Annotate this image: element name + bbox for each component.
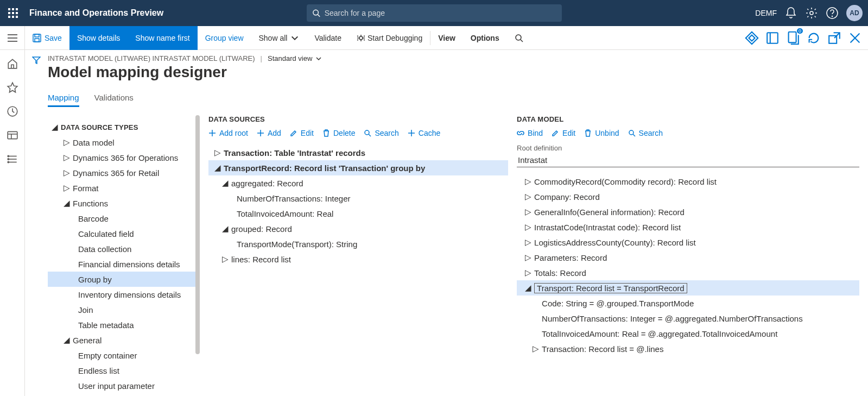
start-debugging-button[interactable]: Start Debugging	[349, 26, 430, 50]
tree-item-selected[interactable]: Group by	[48, 272, 200, 287]
search-input[interactable]	[325, 9, 556, 17]
search-button[interactable]: Search	[628, 129, 663, 137]
tree-item[interactable]: ◢grouped: Record	[208, 221, 508, 236]
tab-mapping[interactable]: Mapping	[48, 93, 79, 107]
svg-rect-2	[16, 8, 18, 10]
svg-rect-5	[16, 12, 18, 14]
validate-button[interactable]: Validate	[307, 26, 349, 50]
tree-item[interactable]: ▷Parameters: Record	[517, 250, 859, 265]
help-icon[interactable]	[826, 7, 839, 20]
tree-item[interactable]: ◢General	[48, 332, 200, 348]
svg-rect-4	[12, 12, 14, 14]
app-launcher-icon[interactable]	[5, 5, 21, 21]
tree-item[interactable]: ▷Dynamics 365 for Retail	[48, 165, 200, 180]
tree-item[interactable]: ▷lines: Record list	[208, 252, 508, 267]
tree-item[interactable]: TransportMode(Transport): String	[208, 236, 508, 252]
unbind-button[interactable]: Unbind	[584, 129, 619, 137]
tree-item[interactable]: Endless list	[48, 363, 200, 378]
tree-item[interactable]: ◢aggregated: Record	[208, 175, 508, 191]
tree-item[interactable]: ▷Transaction: Record list = @.lines	[517, 341, 859, 356]
svg-point-9	[313, 10, 318, 15]
tree-item[interactable]: ▷Transaction: Table 'Intrastat' records	[208, 145, 508, 160]
scrollbar[interactable]	[195, 115, 200, 354]
svg-rect-29	[8, 131, 17, 139]
tree-item-selected[interactable]: ◢TransportRecord: Record list 'Transacti…	[208, 160, 508, 175]
show-details-button[interactable]: Show details	[69, 26, 128, 50]
refresh-icon[interactable]	[806, 30, 821, 46]
tree-item[interactable]: Data collection	[48, 241, 200, 256]
tree-item[interactable]: NumberOfTransactions: Integer = @.aggreg…	[517, 311, 859, 326]
tree-item[interactable]: ▷GeneralInfo(General information): Recor…	[517, 204, 859, 219]
chevron-down-icon	[290, 34, 299, 42]
tree-item[interactable]: ▷LogisticsAddressCounty(County): Record …	[517, 235, 859, 250]
tree-item[interactable]: Code: String = @.grouped.TransportMode	[517, 296, 859, 311]
global-search[interactable]	[307, 4, 562, 22]
tree-item[interactable]: User input parameter	[48, 378, 200, 393]
edit-button[interactable]: Edit	[290, 129, 314, 137]
tree-item[interactable]: Join	[48, 302, 200, 317]
svg-point-11	[810, 11, 813, 15]
tree-item[interactable]: Barcode	[48, 211, 200, 226]
svg-rect-18	[35, 34, 39, 37]
tree-item[interactable]: Inventory dimensions details	[48, 287, 200, 302]
tree-item[interactable]: ▷Data model	[48, 135, 200, 150]
popout-icon[interactable]	[827, 30, 842, 46]
tree-header[interactable]: ◢DATA SOURCE TYPES	[48, 120, 200, 135]
svg-rect-0	[8, 8, 10, 10]
tree-item[interactable]: NumberOfTransactions: Integer	[208, 191, 508, 206]
svg-point-13	[832, 16, 833, 17]
save-button[interactable]: Save	[25, 26, 69, 50]
view-menu[interactable]: View	[430, 26, 463, 50]
actionbar-search-button[interactable]	[507, 26, 531, 50]
favorites-icon[interactable]	[7, 81, 18, 93]
settings-icon[interactable]	[805, 7, 818, 20]
nav-toggle[interactable]	[0, 26, 25, 50]
view-selector[interactable]: Standard view	[268, 54, 322, 62]
modules-icon[interactable]	[7, 153, 18, 165]
root-definition-label: Root definition	[517, 144, 859, 152]
attachments-icon[interactable]	[744, 30, 759, 46]
svg-rect-6	[8, 16, 10, 18]
edit-button[interactable]: Edit	[552, 129, 575, 137]
notifications-icon[interactable]	[784, 7, 797, 20]
tree-item[interactable]: ▷IntrastatCode(Intrastat code): Record l…	[517, 219, 859, 235]
search-button[interactable]: Search	[364, 129, 398, 137]
add-root-button[interactable]: Add root	[208, 129, 248, 137]
actionbar: Save Show details Show name first Group …	[0, 26, 868, 50]
tree-item[interactable]: Table metadata	[48, 317, 200, 332]
tree-item[interactable]: ▷Company: Record	[517, 189, 859, 204]
show-name-first-button[interactable]: Show name first	[128, 26, 197, 50]
tree-item-selected[interactable]: ◢Transport: Record list = TransportRecor…	[517, 280, 859, 296]
bind-button[interactable]: Bind	[517, 129, 543, 137]
cache-button[interactable]: Cache	[408, 129, 440, 137]
svg-point-21	[516, 35, 521, 40]
data-sources-panel: DATA SOURCES Add root Add Edit Delete Se…	[200, 115, 508, 396]
options-menu[interactable]: Options	[463, 26, 507, 50]
show-all-button[interactable]: Show all	[251, 26, 307, 50]
data-source-types-panel: ◢DATA SOURCE TYPES ▷Data model ▷Dynamics…	[48, 115, 200, 396]
office-icon[interactable]	[765, 30, 780, 46]
home-icon[interactable]	[7, 58, 18, 70]
group-view-button[interactable]: Group view	[198, 26, 251, 50]
close-icon[interactable]	[847, 30, 863, 46]
tree-item[interactable]: ◢Functions	[48, 196, 200, 211]
left-rail	[0, 50, 25, 396]
delete-button[interactable]: Delete	[322, 129, 355, 137]
tree-item[interactable]: ▷Totals: Record	[517, 265, 859, 280]
tree-item[interactable]: Empty container	[48, 348, 200, 363]
tree-item[interactable]: Calculated field	[48, 226, 200, 241]
tree-item[interactable]: ▷Format	[48, 180, 200, 196]
add-button[interactable]: Add	[257, 129, 281, 137]
documents-icon[interactable]: 0	[785, 30, 801, 46]
tree-item[interactable]: ▷Dynamics 365 for Operations	[48, 150, 200, 165]
recent-icon[interactable]	[7, 105, 18, 117]
tree-item[interactable]: ▷CommodityRecord(Commodity record): Reco…	[517, 174, 859, 189]
tree-item[interactable]: Financial dimensions details	[48, 256, 200, 272]
workspaces-icon[interactable]	[7, 129, 18, 141]
root-definition-value[interactable]: Intrastat	[517, 153, 859, 167]
tab-validations[interactable]: Validations	[94, 93, 134, 107]
tree-item[interactable]: TotalInvoicedAmount: Real	[208, 206, 508, 221]
filter-pane-toggle[interactable]	[25, 50, 48, 396]
user-avatar[interactable]: AD	[846, 5, 863, 21]
tree-item[interactable]: TotalInvoicedAmount: Real = @.aggregated…	[517, 326, 859, 341]
